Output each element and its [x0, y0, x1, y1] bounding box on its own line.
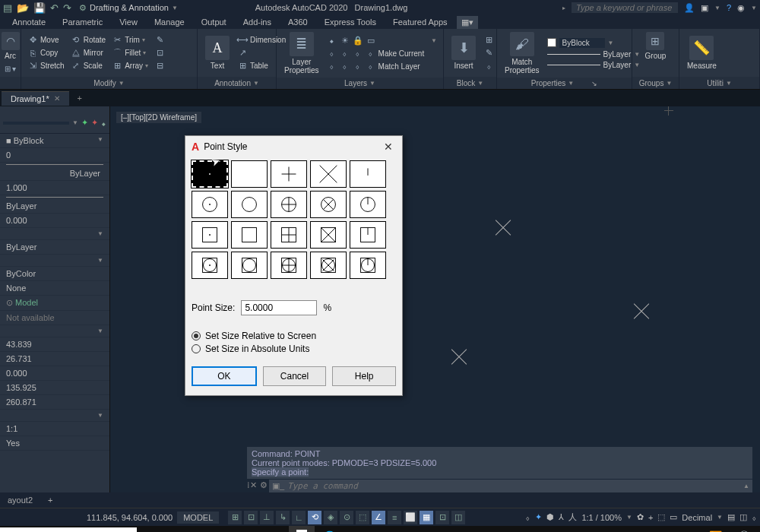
scale-button[interactable]: ⤢Scale — [69, 60, 107, 72]
point-object[interactable] — [448, 346, 470, 367]
help-icon[interactable]: ? — [727, 3, 731, 12]
size-absolute-radio[interactable]: Set Size in Absolute Units — [192, 344, 396, 354]
cmd-history-icon[interactable]: ▲ — [743, 483, 749, 489]
pdmode-99[interactable] — [310, 252, 347, 279]
osnap-toggle-icon[interactable]: ⊙ — [340, 511, 353, 524]
prop-ratio[interactable]: 1:1 — [0, 422, 109, 436]
menu-manage[interactable]: Manage — [147, 16, 192, 28]
match-layer-button[interactable]: ⬨⬨⬨⬨Match Layer — [325, 60, 439, 72]
coordinates-readout[interactable]: 111.845, 94.604, 0.000 — [87, 513, 173, 522]
pdmode-98[interactable] — [271, 252, 307, 279]
point-object[interactable] — [492, 217, 514, 238]
pdmode-1[interactable] — [231, 160, 268, 188]
prop-yes[interactable]: Yes — [0, 436, 109, 451]
obs-icon[interactable]: ◉ — [261, 526, 287, 532]
teams-icon[interactable]: 👥 — [234, 526, 260, 532]
new-tab-button[interactable]: + — [72, 93, 87, 103]
pdmode-0[interactable] — [192, 160, 228, 188]
3dosnap-toggle-icon[interactable]: ⬚ — [356, 511, 369, 524]
prop-layer[interactable]: 0 — [0, 148, 109, 163]
prop-c1[interactable]: 43.839 — [0, 337, 109, 352]
block-icon-2[interactable]: ✎ — [482, 47, 496, 59]
sound-icon[interactable]: 🔊 — [730, 526, 755, 532]
pdmode-66[interactable] — [271, 221, 307, 249]
layer-properties-button[interactable]: ≣Layer Properties — [281, 30, 322, 76]
cmd-cfg-icon[interactable]: ⚙ — [260, 480, 268, 490]
rotate-button[interactable]: ⟲Rotate — [69, 34, 107, 46]
pdmode-67[interactable] — [310, 221, 347, 249]
otrack-toggle-icon[interactable]: ∠ — [372, 511, 385, 524]
ortho-toggle-icon[interactable]: ∟ — [292, 511, 306, 524]
qat-open-icon[interactable]: 📂 — [17, 2, 29, 14]
pdmode-33[interactable] — [231, 191, 268, 218]
prop-bycolor[interactable]: ByColor — [0, 267, 109, 281]
prop-c4[interactable]: 135.925 — [0, 381, 109, 395]
modify-icon-3[interactable]: ⊟ — [153, 60, 166, 72]
pdmode-68[interactable] — [350, 221, 386, 249]
dialog-close-button[interactable]: ✕ — [381, 141, 396, 153]
layout-tab[interactable]: ayout2 — [0, 494, 40, 506]
scale-readout[interactable]: 1:1 / 100% — [581, 513, 622, 522]
person-icon[interactable]: 人 — [568, 511, 577, 523]
workspace-switcher[interactable]: ⚙ Drafting & Annotation ▼ — [79, 3, 178, 13]
lineweight-dropdown[interactable]: ByLayer▼ — [546, 60, 642, 70]
panel-modify-label[interactable]: Modify▼ — [21, 77, 197, 89]
pdmode-64[interactable] — [192, 221, 228, 249]
arc-button[interactable]: ◠Arc — [0, 30, 23, 62]
block-icon-1[interactable]: ⊞ — [482, 34, 496, 46]
file-tab-drawing1[interactable]: Drawing1* ✕ — [2, 91, 69, 106]
make-current-button[interactable]: ⬨⬨⬨⬨Make Current — [325, 47, 439, 59]
size-relative-radio[interactable]: Set Size Relative to Screen — [192, 331, 396, 341]
close-icon[interactable]: ✕ — [54, 94, 60, 103]
menu-a360[interactable]: A360 — [280, 16, 315, 28]
linetype-dropdown[interactable]: ByLayer▼ — [546, 49, 642, 59]
panel-block-label[interactable]: Block▼ — [444, 77, 496, 89]
layout-add-button[interactable]: + — [40, 494, 60, 506]
qp-toggle-icon[interactable]: ⊡ — [435, 511, 449, 524]
signin-icon[interactable]: 👤 — [684, 3, 695, 13]
tpy-toggle-icon[interactable]: ⬜ — [404, 511, 417, 524]
prop-linetype[interactable]: ByLayer — [0, 166, 109, 181]
text-button[interactable]: AText — [202, 34, 233, 71]
prop-lineweight[interactable]: ByLayer — [0, 199, 109, 214]
menu-addins[interactable]: Add-ins — [236, 16, 279, 28]
model-button[interactable]: MODEL — [177, 511, 219, 524]
move-button[interactable]: ✥Move — [26, 34, 66, 46]
prop-c2[interactable]: 26.731 — [0, 352, 109, 366]
status-icon-a[interactable]: ▤ — [727, 512, 735, 522]
more-icon-2[interactable]: ▭ — [670, 512, 677, 522]
taskview-icon[interactable]: ⧉ — [179, 526, 205, 532]
qat-redo-icon[interactable]: ↷ — [63, 2, 71, 14]
command-input[interactable] — [287, 481, 740, 491]
autocad-taskbar-icon[interactable]: A — [289, 526, 315, 532]
cortana-icon[interactable]: ○ — [152, 526, 178, 532]
wcs-icon[interactable]: ⬨ — [525, 513, 530, 522]
prop-ltscale[interactable]: 1.000 — [0, 181, 109, 195]
qat-new-icon[interactable]: ▤ — [3, 2, 12, 14]
infer-toggle-icon[interactable]: ⊥ — [260, 511, 274, 524]
exchange-icon[interactable]: ▣ — [701, 3, 708, 13]
color-dropdown[interactable]: ByBlock▼ — [546, 37, 642, 49]
panel-groups-label[interactable]: Groups▼ — [632, 77, 679, 89]
qat-save-icon[interactable]: 💾 — [33, 2, 46, 14]
copy-button[interactable]: ⎘Copy — [26, 47, 66, 59]
group-button[interactable]: ⊞Group — [642, 30, 670, 62]
pdmode-36[interactable] — [350, 191, 386, 218]
measure-button[interactable]: 📏Measure — [684, 34, 720, 71]
polar-toggle-icon[interactable]: ⟲ — [308, 511, 321, 524]
status-icon-b[interactable]: ◫ — [739, 512, 747, 522]
fillet-button[interactable]: ⌒Fillet ▾ — [110, 47, 150, 59]
pdmode-3[interactable] — [310, 160, 347, 188]
pdmode-4[interactable] — [350, 160, 386, 188]
prop-model[interactable]: ⊙ Model — [0, 296, 109, 311]
gizmo-icon[interactable]: ⬢ — [546, 512, 554, 522]
more-icon-1[interactable]: ⬚ — [657, 512, 665, 522]
point-size-input[interactable] — [241, 300, 317, 315]
lwt-toggle-icon[interactable]: ≡ — [388, 511, 401, 524]
menu-express[interactable]: Express Tools — [317, 16, 384, 28]
units-dropdown[interactable]: Decimal — [682, 513, 712, 522]
pdmode-32[interactable] — [192, 191, 228, 218]
match-properties-button[interactable]: 🖌Match Properties — [502, 30, 543, 76]
cancel-button[interactable]: Cancel — [263, 366, 327, 386]
menu-overflow-icon[interactable]: ▦▾ — [457, 16, 478, 29]
